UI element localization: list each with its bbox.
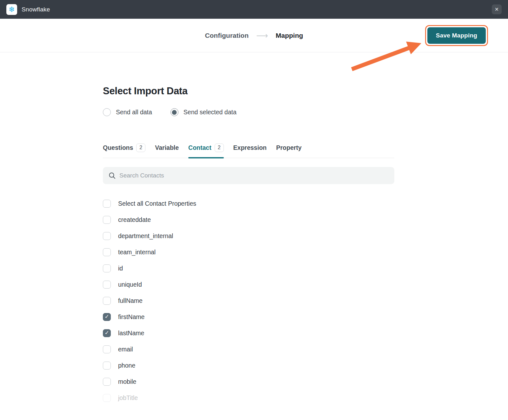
tab-label: Expression: [233, 144, 267, 151]
checkbox-icon[interactable]: [103, 216, 111, 224]
step-mapping: Mapping: [276, 32, 303, 39]
property-label: uniqueId: [118, 281, 142, 288]
close-icon: ✕: [495, 6, 499, 12]
property-row-email[interactable]: email: [103, 341, 394, 357]
property-row-id[interactable]: id: [103, 260, 394, 277]
property-label: department_internal: [118, 232, 173, 240]
checkbox-icon[interactable]: [103, 297, 111, 305]
property-row-team-internal[interactable]: team_internal: [103, 244, 394, 260]
tab-label: Questions: [103, 144, 133, 151]
checkbox-icon[interactable]: [103, 378, 111, 386]
property-label: phone: [118, 362, 135, 369]
property-label: Select all Contact Properties: [118, 200, 196, 207]
checkbox-checked-icon[interactable]: [103, 313, 111, 321]
checkbox-icon[interactable]: [103, 281, 111, 289]
property-label: fullName: [118, 297, 143, 304]
radio-label: Send all data: [116, 109, 152, 116]
tab-count-badge: 2: [136, 143, 145, 152]
save-mapping-button[interactable]: Save Mapping: [427, 27, 486, 44]
property-label: lastName: [118, 330, 144, 337]
tab-contact[interactable]: Contact2: [188, 143, 224, 158]
contact-properties-list: Select all Contact Propertiescreateddate…: [103, 196, 394, 406]
radio-circle-icon[interactable]: [103, 108, 111, 116]
page-title: Select Import Data: [103, 85, 394, 97]
checkbox-icon[interactable]: [103, 264, 111, 272]
property-row-jobtitle[interactable]: jobTitle: [103, 390, 394, 406]
send-mode-radio-group: Send all dataSend selected data: [103, 108, 394, 116]
radio-send-selected-data[interactable]: Send selected data: [170, 108, 237, 116]
tab-count-badge: 2: [215, 143, 224, 152]
search-icon: [109, 172, 116, 179]
checkbox-icon[interactable]: [103, 200, 111, 208]
radio-circle-icon[interactable]: [170, 108, 178, 116]
breadcrumb: Configuration ⟶ Mapping: [205, 31, 303, 40]
tab-property[interactable]: Property: [276, 144, 302, 157]
property-row-phone[interactable]: phone: [103, 357, 394, 374]
tabs: Questions2VariableContact2ExpressionProp…: [103, 143, 394, 158]
property-label: email: [118, 346, 133, 353]
search-box[interactable]: [103, 167, 394, 184]
checkbox-icon[interactable]: [103, 394, 111, 402]
tab-label: Variable: [155, 144, 179, 151]
property-label: team_internal: [118, 249, 156, 256]
property-label: mobile: [118, 378, 136, 385]
property-row-select-all-contact-properties[interactable]: Select all Contact Properties: [103, 196, 394, 212]
snowflake-icon: ❄: [9, 6, 15, 13]
tab-expression[interactable]: Expression: [233, 144, 267, 157]
main-content: Select Import Data Send all dataSend sel…: [103, 52, 394, 406]
arrow-right-icon: ⟶: [256, 31, 268, 40]
close-button[interactable]: ✕: [492, 4, 502, 14]
property-row-fullname[interactable]: fullName: [103, 293, 394, 309]
search-input[interactable]: [119, 172, 389, 179]
checkbox-icon[interactable]: [103, 232, 111, 240]
checkbox-icon[interactable]: [103, 345, 111, 353]
property-row-uniqueid[interactable]: uniqueId: [103, 277, 394, 293]
tab-questions[interactable]: Questions2: [103, 143, 145, 158]
checkbox-icon[interactable]: [103, 248, 111, 256]
checkbox-icon[interactable]: [103, 362, 111, 370]
property-row-firstname[interactable]: firstName: [103, 309, 394, 325]
tab-variable[interactable]: Variable: [155, 144, 179, 157]
property-row-mobile[interactable]: mobile: [103, 374, 394, 390]
checkbox-checked-icon[interactable]: [103, 329, 111, 337]
property-label: createddate: [118, 216, 151, 223]
property-row-createddate[interactable]: createddate: [103, 212, 394, 228]
snowflake-logo: ❄: [6, 4, 17, 15]
property-row-lastname[interactable]: lastName: [103, 325, 394, 341]
property-label: id: [118, 265, 123, 272]
property-row-department-internal[interactable]: department_internal: [103, 228, 394, 244]
app-title: Snowflake: [22, 6, 50, 13]
property-label: firstName: [118, 313, 144, 321]
radio-send-all-data[interactable]: Send all data: [103, 108, 152, 116]
step-configuration[interactable]: Configuration: [205, 32, 249, 39]
wizard-header: Configuration ⟶ Mapping Save Mapping: [0, 19, 508, 52]
tab-label: Contact: [188, 144, 211, 151]
title-bar: ❄ Snowflake ✕: [0, 0, 508, 19]
save-mapping-highlight: Save Mapping: [425, 25, 488, 46]
property-label: jobTitle: [118, 394, 138, 402]
radio-label: Send selected data: [184, 109, 237, 116]
tab-label: Property: [276, 144, 302, 151]
